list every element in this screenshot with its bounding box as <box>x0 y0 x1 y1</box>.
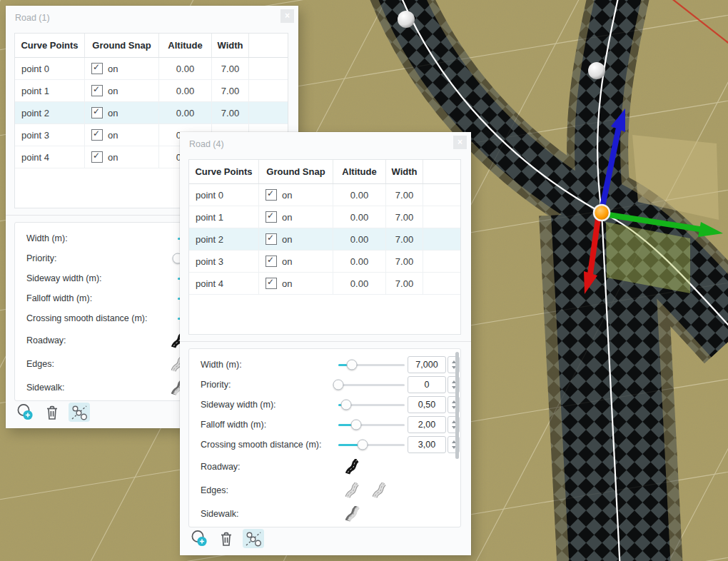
table-row-point-0[interactable]: point 0✓on0.007.00 <box>15 58 288 80</box>
column-header-altitude[interactable]: Altitude <box>159 34 212 57</box>
table-row-point-0[interactable]: point 0✓on0.007.00 <box>189 184 460 206</box>
point-name-cell[interactable]: point 4 <box>15 146 85 168</box>
point-name-cell[interactable]: point 0 <box>189 184 259 206</box>
altitude-cell[interactable]: 0.00 <box>333 184 386 206</box>
point-name-cell[interactable]: point 4 <box>189 273 259 294</box>
column-header-ground-snap[interactable]: Ground Snap <box>85 34 159 57</box>
ground-snap-checkbox[interactable]: ✓ <box>266 211 277 223</box>
ground-snap-checkbox[interactable]: ✓ <box>91 85 103 96</box>
point-name-cell[interactable]: point 2 <box>15 102 85 123</box>
slider-track[interactable] <box>338 404 405 406</box>
ground-snap-cell[interactable]: ✓on <box>259 206 333 228</box>
point-name-cell[interactable]: point 0 <box>15 58 85 79</box>
ground-snap-cell[interactable]: ✓on <box>85 124 159 146</box>
altitude-cell[interactable]: 0.00 <box>333 228 386 250</box>
curve-point-marker[interactable] <box>398 11 415 28</box>
width-cell[interactable]: 7.00 <box>386 251 423 272</box>
altitude-cell[interactable]: 0.00 <box>159 58 212 79</box>
slider-track[interactable] <box>338 424 405 426</box>
point-name-cell[interactable]: point 3 <box>15 124 85 146</box>
altitude-cell[interactable]: 0.00 <box>333 251 386 272</box>
close-button[interactable]: × <box>453 136 467 149</box>
ground-snap-checkbox[interactable]: ✓ <box>91 63 103 74</box>
panel-toolbar <box>188 529 264 548</box>
selected-curve-point[interactable] <box>594 205 610 221</box>
ground-snap-cell[interactable]: ✓on <box>85 58 159 79</box>
point-name-cell[interactable]: point 3 <box>189 251 259 272</box>
slider-handle[interactable] <box>341 400 352 410</box>
curve-point-marker[interactable] <box>588 62 605 79</box>
property-label: Sideway width (m): <box>201 400 276 410</box>
point-name-cell[interactable]: point 2 <box>189 228 259 250</box>
width-cell[interactable]: 7.00 <box>212 102 249 123</box>
row-spacer-cell <box>423 184 460 206</box>
close-button[interactable]: × <box>280 9 294 23</box>
table-row-point-3[interactable]: point 3✓on0.007.00 <box>189 251 460 273</box>
ground-snap-checkbox[interactable]: ✓ <box>266 256 277 267</box>
value-spinbox[interactable]: 0,50 <box>408 396 446 413</box>
altitude-cell[interactable]: 0.00 <box>159 80 212 101</box>
ground-snap-cell[interactable]: ✓on <box>259 184 333 206</box>
ground-snap-cell[interactable]: ✓on <box>259 228 333 250</box>
ground-snap-checkbox[interactable]: ✓ <box>266 233 277 245</box>
slider-track[interactable] <box>338 384 405 386</box>
check-icon: ✓ <box>267 255 274 265</box>
edit-points-button[interactable] <box>69 403 90 422</box>
column-header-ground-snap[interactable]: Ground Snap <box>259 160 333 183</box>
delete-point-button[interactable] <box>216 529 237 548</box>
width-cell[interactable]: 7.00 <box>212 58 249 79</box>
add-point-button[interactable] <box>188 529 210 548</box>
column-header-altitude[interactable]: Altitude <box>333 160 386 183</box>
altitude-cell[interactable]: 0.00 <box>159 102 212 123</box>
width-cell[interactable]: 7.00 <box>212 80 249 101</box>
slider-handle[interactable] <box>333 380 344 390</box>
road-gray-material-icon[interactable] <box>345 506 360 522</box>
section-divider <box>180 341 471 342</box>
value-spinbox[interactable]: 7,000 <box>408 356 446 373</box>
ground-snap-cell[interactable]: ✓on <box>259 251 333 272</box>
column-header-width[interactable]: Width <box>386 160 423 183</box>
table-row-point-4[interactable]: point 4✓on0.007.00 <box>189 273 460 295</box>
point-name-cell[interactable]: point 1 <box>189 206 259 228</box>
column-header-curve-points[interactable]: Curve Points <box>15 34 85 57</box>
slider-handle[interactable] <box>351 420 362 430</box>
slider-handle[interactable] <box>346 360 357 370</box>
ground-snap-checkbox[interactable]: ✓ <box>266 278 277 289</box>
column-header-width[interactable]: Width <box>212 34 249 57</box>
value-spinbox[interactable]: 0 <box>408 376 446 393</box>
table-row-point-1[interactable]: point 1✓on0.007.00 <box>15 80 288 102</box>
add-point-button[interactable] <box>14 403 36 422</box>
ground-snap-checkbox[interactable]: ✓ <box>91 129 103 141</box>
width-cell[interactable]: 7.00 <box>386 228 423 250</box>
delete-point-button[interactable] <box>41 403 63 422</box>
ground-snap-cell[interactable]: ✓on <box>85 102 159 123</box>
ground-snap-cell[interactable]: ✓on <box>85 146 159 168</box>
value-spinbox[interactable]: 2,00 <box>408 416 446 433</box>
scrollbar-thumb[interactable] <box>455 352 459 459</box>
window-titlebar[interactable]: Road (4) × <box>180 132 471 158</box>
ground-snap-checkbox[interactable]: ✓ <box>266 189 277 201</box>
window-titlebar[interactable]: Road (1) × <box>6 6 298 31</box>
value-spinbox[interactable]: 3,00 <box>408 436 446 453</box>
slider-track[interactable] <box>338 444 405 446</box>
altitude-cell[interactable]: 0.00 <box>333 206 386 228</box>
point-name-cell[interactable]: point 1 <box>15 80 85 101</box>
ground-snap-checkbox[interactable]: ✓ <box>91 151 103 163</box>
slider-track[interactable] <box>338 364 405 366</box>
ground-snap-cell[interactable]: ✓on <box>85 80 159 101</box>
road-dark-material-icon[interactable] <box>345 459 360 475</box>
width-cell[interactable]: 7.00 <box>386 273 423 294</box>
altitude-cell[interactable]: 0.00 <box>333 273 386 294</box>
width-cell[interactable]: 7.00 <box>386 206 423 228</box>
edit-points-button[interactable] <box>243 529 264 548</box>
table-row-point-2[interactable]: point 2✓on0.007.00 <box>189 228 460 251</box>
column-header-curve-points[interactable]: Curve Points <box>189 160 259 183</box>
width-cell[interactable]: 7.00 <box>386 184 423 206</box>
table-row-point-2[interactable]: point 2✓on0.007.00 <box>15 102 288 124</box>
ground-snap-checkbox[interactable]: ✓ <box>91 107 103 118</box>
road-light-material-icon[interactable] <box>372 482 388 498</box>
slider-handle[interactable] <box>358 440 368 450</box>
road-light-material-icon[interactable] <box>345 482 360 498</box>
ground-snap-cell[interactable]: ✓on <box>259 273 333 294</box>
table-row-point-1[interactable]: point 1✓on0.007.00 <box>189 206 460 228</box>
